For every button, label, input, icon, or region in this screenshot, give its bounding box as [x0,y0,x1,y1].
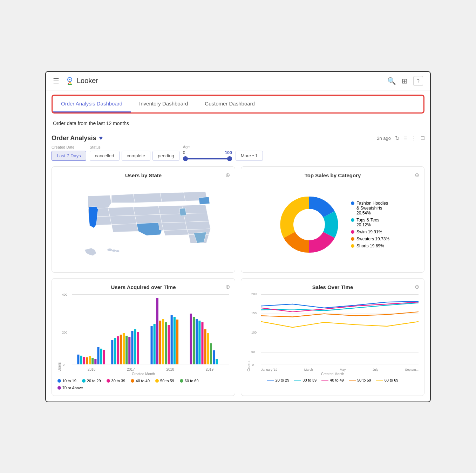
tab-customer[interactable]: Customer Dashboard [196,96,263,112]
timestamp: 2h ago [377,136,391,141]
dot-30-39 [107,379,110,383]
bar-chart-legend: 10 to 19 20 to 29 30 to 39 40 to 49 [57,379,229,390]
looker-logo-icon [65,76,75,86]
age-slider[interactable] [183,158,232,159]
svg-point-1 [69,79,70,80]
donut-legend: Fashion Hoodies& Sweatshirts20.54% Tops … [351,201,389,248]
help-button[interactable]: ? [413,76,423,86]
bar-chart-inner: 400 200 0 [62,294,229,371]
dot-70-above [57,386,61,390]
svg-rect-38 [176,320,178,364]
bar-group-2019 [190,314,218,364]
legend-50-59: 50 to 59 [155,379,174,383]
svg-rect-9 [77,355,79,364]
section-header: Order Analysis ♥ 2h ago ↻ ≡ ⋮ □ [52,130,424,145]
search-button[interactable]: 🔍 [387,77,396,85]
filter-icon[interactable]: ≡ [404,135,407,141]
map-container [57,183,229,267]
usa-map [63,183,224,267]
legend-sweaters: Sweaters 19.73% [351,236,389,241]
tab-order-analysis[interactable]: Order Analysis Dashboard [53,96,131,112]
bar-chart-wrapper: Users 400 200 0 [57,294,229,371]
complete-btn[interactable]: complete [122,151,151,161]
svg-rect-35 [168,325,170,364]
x-sep: Septem... [405,368,419,371]
line-dash-40-49 [321,380,328,381]
bar-group-2018 [151,298,179,364]
legend-10-19: 10 to 19 [57,379,76,383]
dot-50-59 [155,379,159,383]
hawaii-state [107,248,120,252]
line-legend-40-49: 40 to 49 [321,378,344,382]
svg-rect-30 [154,324,156,364]
svg-rect-32 [159,321,161,364]
svg-rect-43 [201,322,203,364]
line-label-50-59: 50 to 59 [357,378,371,382]
alaska-state [84,248,96,256]
top-sales-globe-icon[interactable]: ⊕ [415,172,419,178]
tab-inventory[interactable]: Inventory Dashboard [131,96,196,112]
line-chart-svg [261,294,419,364]
x-label-2019: 2019 [206,368,213,371]
svg-rect-28 [137,332,139,364]
svg-rect-37 [174,317,176,364]
sales-over-time-title: Sales Over Time [247,284,419,290]
line-legend-20-29: 20 to 29 [267,378,290,382]
svg-rect-26 [131,331,133,364]
sales-globe-icon[interactable]: ⊕ [415,283,419,290]
marketplace-button[interactable]: ⊞ [402,77,408,85]
line-chart-x-label: Created Month [247,372,419,376]
legend-40-49: 40 to 49 [131,379,150,383]
svg-rect-46 [210,343,212,364]
bar-chart-x-label: Created Month [57,372,229,376]
users-acquired-title: Users Acquired over Time [57,284,229,290]
tops-tees-label: Tops & Tees20.12% [356,218,379,227]
svg-rect-13 [89,356,91,364]
slider-thumb-left[interactable] [183,156,188,161]
dot-40-49 [131,379,134,383]
folder-icon[interactable]: □ [421,135,424,141]
line-chart-legend: 20 to 29 30 to 39 40 to 49 50 to 59 [247,378,419,382]
more-filters-btn[interactable]: More • 1 [236,151,263,161]
slider-thumb-right[interactable] [227,156,232,161]
svg-rect-12 [86,357,88,364]
svg-rect-36 [171,315,173,364]
dashboard-section: Order Analysis ♥ 2h ago ↻ ≡ ⋮ □ Created … [46,130,430,402]
svg-rect-39 [190,314,192,364]
age-values: 0 100 [183,150,232,155]
line-x-labels: January '19 March May July Septem... [261,368,419,371]
svg-rect-11 [83,357,85,364]
heart-icon[interactable]: ♥ [99,135,103,142]
bar-chart-svg [72,294,229,364]
refresh-icon[interactable]: ↻ [395,135,400,142]
legend-20-29: 20 to 29 [82,379,101,383]
svg-rect-42 [198,321,200,364]
line-chart-wrapper: Orders 200 150 100 50 0 [247,294,419,371]
line-50-59 [261,312,419,317]
last-7-days-btn[interactable]: Last 7 Days [52,151,86,161]
cancelled-btn[interactable]: cancelled [90,151,120,161]
line-label-40-49: 40 to 49 [330,378,344,382]
top-sales-card: Top Sales by Category ⊕ [241,166,424,273]
users-by-state-globe-icon[interactable]: ⊕ [225,172,230,178]
svg-rect-48 [216,359,218,364]
charts-grid: Users by State ⊕ [52,166,424,396]
subtitle: Order data from the last 12 months [46,118,430,130]
users-acquired-globe-icon[interactable]: ⊕ [225,283,230,290]
hamburger-menu[interactable]: ☰ [53,77,59,85]
line-y-0: 0 [252,363,254,366]
more-options-icon[interactable]: ⋮ [411,135,417,142]
users-by-state-card: Users by State ⊕ [52,166,235,273]
dot-10-19 [57,379,61,383]
x-label-2018: 2018 [166,368,174,371]
line-y-50: 50 [251,350,255,354]
status-label: Status [90,145,179,149]
age-filter: Age 0 100 [183,145,232,161]
svg-rect-15 [94,359,96,364]
swim-label: Swim 19.91% [356,229,382,234]
pending-btn[interactable]: pending [152,151,179,161]
x-mar: March [304,368,313,371]
texas-state [137,222,162,235]
x-label-2017: 2017 [127,368,135,371]
legend-tops-tees: Tops & Tees20.12% [351,218,389,227]
